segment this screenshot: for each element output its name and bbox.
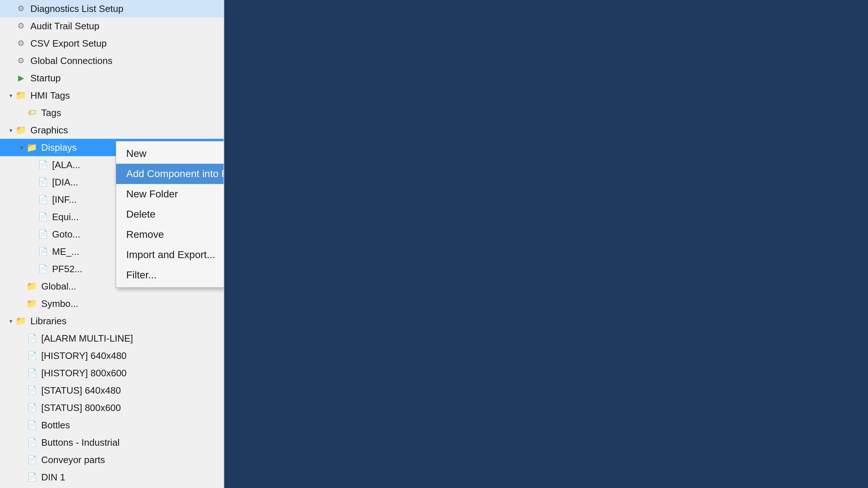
context-menu-item-delete[interactable]: Delete: [116, 204, 224, 224]
tree-item-label: Bottles: [41, 420, 70, 431]
page-icon: 📄: [25, 349, 38, 362]
tree-item-buttons-industrial[interactable]: 📄 Buttons - Industrial: [0, 434, 224, 451]
tree-item-hmi-tags[interactable]: ▾ 📁 HMI Tags: [0, 87, 224, 104]
folder-icon: 📁: [14, 124, 27, 137]
page-icon: 📄: [36, 228, 49, 241]
tree-item-diagnostics-list-setup[interactable]: ⚙ Diagnostics List Setup: [0, 0, 224, 17]
tree-item-label: Goto...: [52, 229, 80, 240]
tree-item-startup[interactable]: ▶ Startup: [0, 69, 224, 87]
gear-icon: ⚙: [14, 54, 27, 67]
tree-item-din2[interactable]: 📄 DIN 2: [0, 486, 224, 488]
context-menu-item-remove[interactable]: Remove: [116, 224, 224, 245]
page-icon: 📄: [25, 367, 38, 380]
gear-icon: ⚙: [14, 20, 27, 33]
page-icon: 📄: [25, 332, 38, 345]
page-icon: 📄: [36, 158, 49, 171]
context-menu-item-new-folder[interactable]: New Folder: [116, 184, 224, 204]
tree-item-label: [HISTORY] 800x600: [41, 368, 127, 379]
main-area: [224, 0, 868, 488]
context-menu-label: New Folder: [126, 188, 178, 200]
collapse-btn[interactable]: ▾: [7, 92, 14, 99]
tree-item-label: PF52...: [52, 264, 82, 275]
tree-item-libraries[interactable]: ▾ 📁 Libraries: [0, 312, 224, 330]
tree-item-label: [ALARM MULTI-LINE]: [41, 333, 133, 344]
context-menu-item-filter[interactable]: Filter...: [116, 265, 224, 285]
gear-icon: ⚙: [14, 37, 27, 50]
tree-item-label: [HISTORY] 640x480: [41, 350, 127, 361]
tree-item-label: DIN 1: [41, 472, 65, 483]
tree-item-label: [INF...: [52, 194, 77, 205]
tree-item-history-640[interactable]: 📄 [HISTORY] 640x480: [0, 347, 224, 364]
tree-item-label: Startup: [30, 73, 61, 84]
tree-item-label: Global Connections: [30, 55, 112, 67]
tree-item-label: Displays: [41, 142, 77, 153]
tree-item-label: [DIA...: [52, 177, 78, 188]
tree-item-label: Symbo...: [41, 298, 78, 309]
page-icon: 📄: [25, 436, 38, 449]
collapse-btn[interactable]: ▾: [18, 144, 25, 151]
page-icon: 📄: [25, 453, 38, 466]
tree-item-bottles[interactable]: 📄 Bottles: [0, 416, 224, 434]
page-icon: 📄: [25, 419, 38, 432]
page-icon: 📄: [25, 471, 38, 484]
startup-icon: ▶: [14, 72, 27, 85]
context-menu-item-add-component[interactable]: Add Component into Project...: [116, 164, 224, 184]
tree-item-label: HMI Tags: [30, 90, 70, 101]
tree-item-history-800[interactable]: 📄 [HISTORY] 800x600: [0, 364, 224, 382]
context-menu-item-import-export[interactable]: Import and Export...: [116, 245, 224, 265]
sidebar-panel: ⚙ Diagnostics List Setup ⚙ Audit Trail S…: [0, 0, 224, 488]
context-menu-label: Remove: [126, 229, 164, 240]
tree-item-label: Diagnostics List Setup: [30, 3, 123, 14]
tree-item-label: Buttons - Industrial: [41, 437, 120, 448]
page-icon: 📄: [36, 210, 49, 223]
tree-item-csv-export-setup[interactable]: ⚙ CSV Export Setup: [0, 35, 224, 52]
folder-icon: 📁: [25, 280, 38, 293]
tree-item-alarm-multi-line[interactable]: 📄 [ALARM MULTI-LINE]: [0, 330, 224, 347]
tree-item-symbol[interactable]: 📁 Symbo...: [0, 295, 224, 312]
tree-item-conveyor-parts[interactable]: 📄 Conveyor parts: [0, 451, 224, 468]
context-menu-label: Add Component into Project...: [126, 168, 224, 180]
tree-item-label: Libraries: [30, 316, 67, 327]
page-icon: 📄: [36, 245, 49, 258]
context-menu-label: Import and Export...: [126, 249, 215, 261]
context-menu-label: Filter...: [126, 269, 157, 281]
context-menu-label: Delete: [126, 209, 156, 220]
tree-item-status-800[interactable]: 📄 [STATUS] 800x600: [0, 399, 224, 416]
tree-item-label: [ALA...: [52, 159, 80, 171]
tree-item-status-640[interactable]: 📄 [STATUS] 640x480: [0, 382, 224, 399]
tree-item-label: Tags: [41, 107, 61, 119]
context-menu-label: New: [126, 148, 146, 159]
tree-item-label: CSV Export Setup: [30, 38, 107, 49]
collapse-btn[interactable]: ▾: [7, 317, 14, 325]
tree-item-label: Global...: [41, 281, 76, 292]
tree-item-label: Conveyor parts: [41, 454, 105, 466]
folder-icon: 📁: [14, 314, 27, 328]
tree-item-tags[interactable]: 🏷 Tags: [0, 104, 224, 121]
context-menu: NewAdd Component into Project...New Fold…: [116, 141, 224, 288]
folder-icon: 📁: [25, 297, 38, 310]
tree-item-global-connections[interactable]: ⚙ Global Connections: [0, 52, 224, 69]
tree-item-label: Equi...: [52, 211, 79, 223]
tree-item-graphics[interactable]: ▾ 📁 Graphics: [0, 121, 224, 139]
page-icon: 📄: [36, 193, 49, 206]
tree-item-label: [STATUS] 800x600: [41, 402, 121, 414]
page-icon: 📄: [36, 262, 49, 275]
tree-item-label: [STATUS] 640x480: [41, 385, 121, 396]
tree-item-label: ME_...: [52, 246, 79, 257]
folder-icon: 📁: [25, 141, 38, 154]
tree-item-label: Graphics: [30, 125, 68, 136]
page-icon: 📄: [25, 401, 38, 414]
tree-item-audit-trail-setup[interactable]: ⚙ Audit Trail Setup: [0, 17, 224, 35]
tree-item-label: Audit Trail Setup: [30, 21, 99, 32]
page-icon: 📄: [36, 176, 49, 189]
tag-icon: 🏷: [25, 106, 38, 119]
gear-icon: ⚙: [14, 2, 27, 15]
collapse-btn[interactable]: ▾: [7, 127, 14, 134]
context-menu-item-new[interactable]: New: [116, 144, 224, 164]
tree-item-din1[interactable]: 📄 DIN 1: [0, 468, 224, 486]
folder-icon: 📁: [14, 89, 27, 102]
page-icon: 📄: [25, 384, 38, 397]
